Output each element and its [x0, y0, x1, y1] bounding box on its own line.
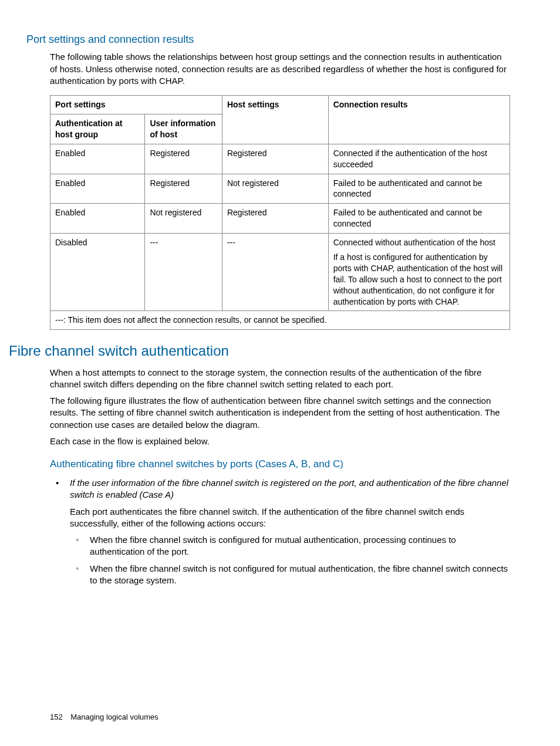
cell-result: Failed to be authenticated and cannot be… — [328, 174, 510, 204]
cell-userinfo: Registered — [145, 144, 222, 174]
cell-userinfo: Not registered — [145, 204, 222, 234]
table-row: Enabled Registered Registered Connected … — [50, 144, 510, 174]
case-a-body: Each port authenticates the fibre channe… — [70, 506, 510, 530]
chapter-title: Managing logical volumes — [70, 713, 158, 721]
page-footer: 152 Managing logical volumes — [50, 712, 158, 723]
connection-results-table: Port settings Host settings Connection r… — [50, 95, 510, 330]
fc-paragraph-2: The following figure illustrates the flo… — [50, 395, 510, 431]
section-heading-port-settings: Port settings and connection results — [26, 32, 510, 46]
table-row: Enabled Registered Not registered Failed… — [50, 174, 510, 204]
table-footnote: ---: This item does not affect the conne… — [50, 311, 510, 330]
th-connection-results: Connection results — [328, 96, 510, 144]
th-auth-at-host-group: Authentication at host group — [50, 114, 145, 144]
cell-auth: Enabled — [50, 174, 145, 204]
table-row: Enabled Not registered Registered Failed… — [50, 204, 510, 234]
cell-result: Connected if the authentication of the h… — [328, 144, 510, 174]
th-host-settings: Host settings — [222, 96, 328, 144]
cell-host: Registered — [222, 204, 328, 234]
cell-result: Failed to be authenticated and cannot be… — [328, 204, 510, 234]
cell-result-extra: If a host is configured for authenticati… — [333, 252, 505, 307]
section-heading-fc-switch-auth: Fibre channel switch authentication — [9, 342, 510, 360]
cell-auth: Enabled — [50, 144, 145, 174]
cell-auth: Enabled — [50, 204, 145, 234]
cell-host: Registered — [222, 144, 328, 174]
sub-heading-auth-fc-switches: Authenticating fibre channel switches by… — [50, 458, 510, 471]
list-item: When the fibre channel switch is not con… — [70, 563, 510, 587]
cell-userinfo: --- — [145, 234, 222, 311]
fc-paragraph-1: When a host attempts to connect to the s… — [50, 367, 510, 391]
th-user-info-of-host: User information of host — [145, 114, 222, 144]
table-row: Disabled --- --- Connected without authe… — [50, 234, 510, 311]
list-item: If the user information of the fibre cha… — [50, 477, 510, 586]
cell-result-main: Connected without authentication of the … — [333, 238, 495, 247]
cell-host: Not registered — [222, 174, 328, 204]
cell-result: Connected without authentication of the … — [328, 234, 510, 311]
page-number: 152 — [50, 712, 66, 723]
table-footnote-row: ---: This item does not affect the conne… — [50, 311, 510, 330]
case-a-title: If the user information of the fibre cha… — [70, 478, 508, 499]
cell-auth: Disabled — [50, 234, 145, 311]
intro-paragraph: The following table shows the relationsh… — [50, 51, 510, 87]
list-item: When the fibre channel switch is configu… — [70, 534, 510, 558]
cell-host: --- — [222, 234, 328, 311]
th-port-settings: Port settings — [50, 96, 222, 114]
cell-userinfo: Registered — [145, 174, 222, 204]
fc-paragraph-3: Each case in the flow is explained below… — [50, 436, 510, 447]
